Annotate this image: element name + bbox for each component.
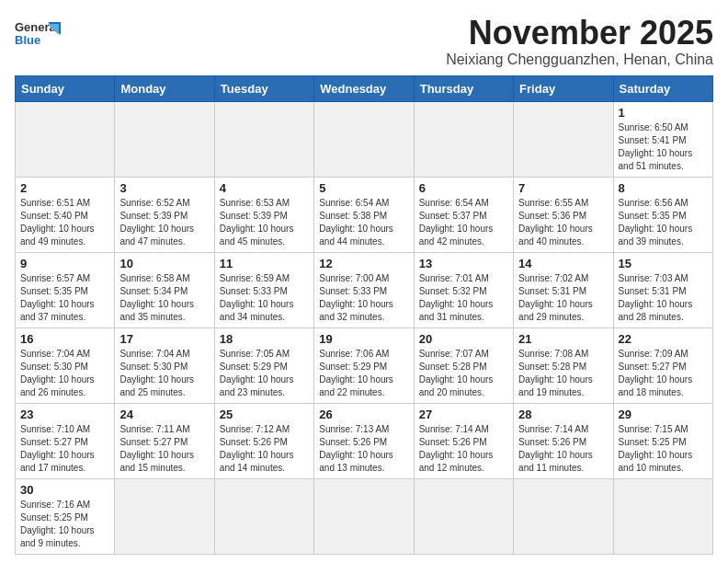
table-row: 19Sunrise: 7:06 AMSunset: 5:29 PMDayligh… (314, 327, 414, 403)
sunset-text: Sunset: 5:32 PM (419, 285, 508, 298)
table-row (414, 478, 513, 554)
daylight-text: Daylight: 10 hours and 40 minutes. (518, 223, 608, 248)
day-number: 7 (518, 181, 608, 195)
sunrise-text: Sunrise: 6:57 AM (20, 272, 109, 285)
sunset-text: Sunset: 5:25 PM (20, 511, 109, 524)
sunrise-text: Sunrise: 7:02 AM (518, 272, 608, 285)
title-block: November 2025 Neixiang Chengguanzhen, He… (446, 15, 713, 68)
calendar-week-row: 30Sunrise: 7:16 AMSunset: 5:25 PMDayligh… (16, 478, 713, 554)
calendar-body: 1Sunrise: 6:50 AMSunset: 5:41 PMDaylight… (16, 101, 713, 554)
day-sun-info: Sunrise: 7:08 AMSunset: 5:28 PMDaylight:… (518, 348, 608, 399)
table-row: 12Sunrise: 7:00 AMSunset: 5:33 PMDayligh… (314, 252, 414, 327)
sunrise-text: Sunrise: 7:06 AM (319, 348, 408, 361)
daylight-text: Daylight: 10 hours and 13 minutes. (319, 449, 408, 475)
table-row: 17Sunrise: 7:04 AMSunset: 5:30 PMDayligh… (115, 327, 214, 403)
table-row: 26Sunrise: 7:13 AMSunset: 5:26 PMDayligh… (314, 403, 414, 478)
table-row (414, 101, 513, 177)
table-row: 15Sunrise: 7:03 AMSunset: 5:31 PMDayligh… (613, 252, 712, 327)
sunset-text: Sunset: 5:39 PM (220, 210, 309, 223)
table-row (314, 478, 414, 554)
sunset-text: Sunset: 5:25 PM (619, 436, 708, 449)
sunset-text: Sunset: 5:33 PM (319, 285, 408, 298)
sunset-text: Sunset: 5:31 PM (619, 285, 708, 298)
header-monday: Monday (115, 75, 214, 101)
sunrise-text: Sunrise: 6:59 AM (220, 272, 309, 285)
sunrise-text: Sunrise: 7:10 AM (20, 423, 109, 436)
day-sun-info: Sunrise: 7:16 AMSunset: 5:25 PMDaylight:… (20, 499, 109, 550)
daylight-text: Daylight: 10 hours and 31 minutes. (419, 298, 508, 324)
sunset-text: Sunset: 5:26 PM (518, 436, 608, 449)
daylight-text: Daylight: 10 hours and 45 minutes. (220, 223, 309, 248)
sunrise-text: Sunrise: 6:52 AM (119, 197, 209, 210)
day-number: 11 (220, 257, 309, 270)
sunrise-text: Sunrise: 7:04 AM (119, 348, 209, 361)
day-number: 14 (518, 257, 608, 270)
day-sun-info: Sunrise: 7:09 AMSunset: 5:27 PMDaylight:… (619, 348, 708, 399)
calendar-week-row: 23Sunrise: 7:10 AMSunset: 5:27 PMDayligh… (16, 403, 713, 478)
sunset-text: Sunset: 5:29 PM (319, 361, 408, 373)
weekday-header-row: Sunday Monday Tuesday Wednesday Thursday… (16, 75, 713, 101)
sunrise-text: Sunrise: 7:03 AM (619, 272, 708, 285)
day-number: 6 (419, 181, 508, 195)
table-row: 13Sunrise: 7:01 AMSunset: 5:32 PMDayligh… (414, 252, 513, 327)
table-row (514, 478, 613, 554)
day-sun-info: Sunrise: 7:07 AMSunset: 5:28 PMDaylight:… (419, 348, 508, 399)
sunrise-text: Sunrise: 6:53 AM (220, 197, 309, 210)
table-row: 28Sunrise: 7:14 AMSunset: 5:26 PMDayligh… (514, 403, 613, 478)
sunrise-text: Sunrise: 7:09 AM (619, 348, 708, 361)
sunrise-text: Sunrise: 6:50 AM (619, 121, 708, 134)
sunrise-text: Sunrise: 7:15 AM (619, 423, 708, 436)
table-row: 7Sunrise: 6:55 AMSunset: 5:36 PMDaylight… (514, 177, 613, 252)
calendar-table: Sunday Monday Tuesday Wednesday Thursday… (15, 75, 713, 555)
day-number: 15 (619, 257, 708, 270)
day-number: 16 (20, 332, 109, 346)
day-sun-info: Sunrise: 7:12 AMSunset: 5:26 PMDaylight:… (220, 423, 309, 475)
day-sun-info: Sunrise: 7:02 AMSunset: 5:31 PMDaylight:… (518, 272, 608, 324)
daylight-text: Daylight: 10 hours and 51 minutes. (619, 147, 708, 173)
sunset-text: Sunset: 5:30 PM (20, 361, 109, 373)
day-number: 12 (319, 257, 408, 270)
day-sun-info: Sunrise: 7:10 AMSunset: 5:27 PMDaylight:… (20, 423, 109, 475)
table-row: 5Sunrise: 6:54 AMSunset: 5:38 PMDaylight… (314, 177, 414, 252)
day-sun-info: Sunrise: 6:56 AMSunset: 5:35 PMDaylight:… (619, 197, 708, 248)
day-sun-info: Sunrise: 7:15 AMSunset: 5:25 PMDaylight:… (619, 423, 708, 475)
daylight-text: Daylight: 10 hours and 35 minutes. (119, 298, 209, 324)
sunset-text: Sunset: 5:26 PM (319, 436, 408, 449)
day-number: 8 (619, 181, 708, 195)
sunset-text: Sunset: 5:27 PM (20, 436, 109, 449)
header-saturday: Saturday (613, 75, 712, 101)
table-row (214, 478, 313, 554)
table-row: 10Sunrise: 6:58 AMSunset: 5:34 PMDayligh… (115, 252, 214, 327)
sunrise-text: Sunrise: 7:04 AM (20, 348, 109, 361)
day-number: 5 (319, 181, 408, 195)
table-row: 16Sunrise: 7:04 AMSunset: 5:30 PMDayligh… (16, 327, 115, 403)
daylight-text: Daylight: 10 hours and 39 minutes. (619, 223, 708, 248)
sunrise-text: Sunrise: 6:51 AM (20, 197, 109, 210)
day-number: 21 (518, 332, 608, 346)
sunset-text: Sunset: 5:28 PM (419, 361, 508, 373)
table-row: 18Sunrise: 7:05 AMSunset: 5:29 PMDayligh… (214, 327, 313, 403)
day-sun-info: Sunrise: 6:59 AMSunset: 5:33 PMDaylight:… (220, 272, 309, 324)
daylight-text: Daylight: 10 hours and 42 minutes. (419, 223, 508, 248)
day-number: 1 (619, 106, 708, 120)
day-sun-info: Sunrise: 7:13 AMSunset: 5:26 PMDaylight:… (319, 423, 408, 475)
sunrise-text: Sunrise: 7:14 AM (419, 423, 508, 436)
day-sun-info: Sunrise: 7:04 AMSunset: 5:30 PMDaylight:… (119, 348, 209, 399)
table-row: 2Sunrise: 6:51 AMSunset: 5:40 PMDaylight… (16, 177, 115, 252)
day-sun-info: Sunrise: 6:51 AMSunset: 5:40 PMDaylight:… (20, 197, 109, 248)
sunset-text: Sunset: 5:30 PM (119, 361, 209, 373)
sunrise-text: Sunrise: 7:12 AM (220, 423, 309, 436)
day-sun-info: Sunrise: 7:14 AMSunset: 5:26 PMDaylight:… (518, 423, 608, 475)
daylight-text: Daylight: 10 hours and 9 minutes. (20, 524, 109, 550)
day-sun-info: Sunrise: 6:58 AMSunset: 5:34 PMDaylight:… (119, 272, 209, 324)
day-sun-info: Sunrise: 6:54 AMSunset: 5:37 PMDaylight:… (419, 197, 508, 248)
sunrise-text: Sunrise: 6:54 AM (419, 197, 508, 210)
table-row: 11Sunrise: 6:59 AMSunset: 5:33 PMDayligh… (214, 252, 313, 327)
logo: General Blue (15, 15, 61, 55)
sunrise-text: Sunrise: 7:01 AM (419, 272, 508, 285)
daylight-text: Daylight: 10 hours and 23 minutes. (220, 373, 309, 399)
day-number: 24 (119, 408, 209, 421)
sunset-text: Sunset: 5:36 PM (518, 210, 608, 223)
sunset-text: Sunset: 5:31 PM (518, 285, 608, 298)
header-tuesday: Tuesday (214, 75, 313, 101)
